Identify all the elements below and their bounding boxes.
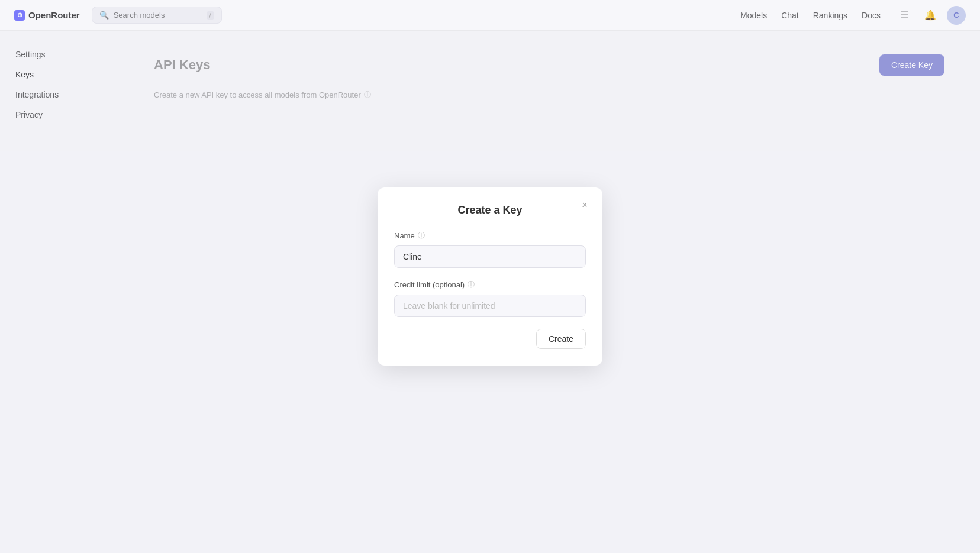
- credit-limit-input[interactable]: [394, 295, 586, 317]
- credit-limit-field-group: Credit limit (optional) ⓘ: [394, 280, 586, 317]
- name-input[interactable]: [394, 245, 586, 268]
- credit-limit-label: Credit limit (optional) ⓘ: [394, 280, 586, 290]
- credit-limit-info-icon: ⓘ: [468, 280, 475, 290]
- modal-close-button[interactable]: ×: [576, 197, 593, 214]
- name-label: Name ⓘ: [394, 231, 586, 241]
- modal-overlay[interactable]: × Create a Key Name ⓘ Credit limit (opti…: [0, 0, 980, 553]
- modal-title: Create a Key: [394, 204, 586, 216]
- name-field-group: Name ⓘ: [394, 231, 586, 268]
- create-key-modal: × Create a Key Name ⓘ Credit limit (opti…: [378, 187, 602, 366]
- modal-create-button[interactable]: Create: [536, 329, 586, 349]
- modal-footer: Create: [394, 329, 586, 349]
- name-info-icon: ⓘ: [418, 231, 425, 241]
